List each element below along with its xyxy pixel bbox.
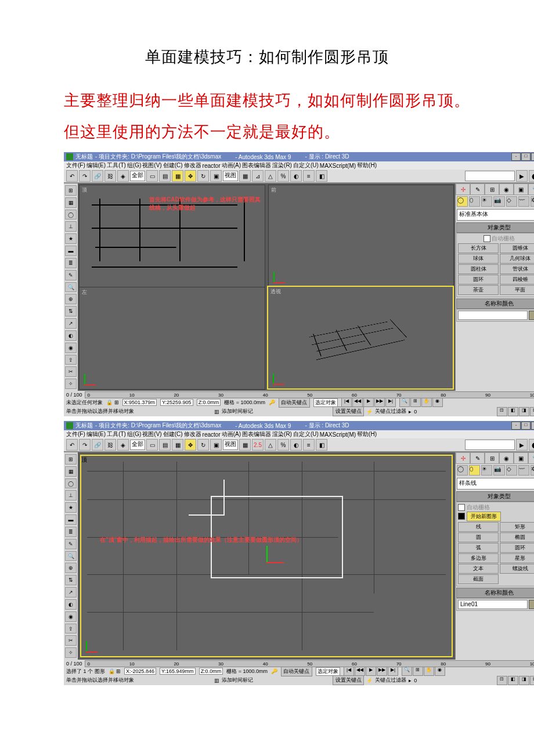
orbit-button[interactable]: ◉	[432, 398, 443, 407]
selection-filter[interactable]: 全部	[130, 440, 145, 450]
menu-item[interactable]: 视图(V)	[142, 430, 161, 438]
link-button[interactable]: 🔗	[92, 170, 103, 182]
teapot-button[interactable]: 茶壶	[458, 285, 499, 295]
hierarchy-tab[interactable]: ⊞	[485, 452, 499, 464]
viewport-perspective[interactable]: 透视	[267, 286, 454, 390]
y-field[interactable]: Y:165.949mm	[160, 668, 196, 675]
select-button[interactable]: ▭	[146, 439, 158, 451]
tube-button[interactable]: 管状体	[500, 264, 534, 274]
nav-button[interactable]: ◧	[508, 407, 518, 416]
circle-button[interactable]: 圆	[458, 532, 499, 542]
goto-start-button[interactable]: |◀	[341, 398, 352, 407]
menu-item[interactable]: MAXScript(M)	[320, 431, 356, 438]
star-button[interactable]: 星形	[500, 553, 534, 563]
select-name-button[interactable]: ▤	[159, 439, 171, 451]
snap-button[interactable]: ⊿	[252, 170, 264, 182]
pan-button[interactable]: ✋	[421, 398, 432, 407]
viewport-top[interactable]: 顶 首先将CAD软件做为参考，这样只需要照其线稿，从头重做起	[79, 185, 265, 287]
material-button[interactable]: ▶	[516, 439, 528, 451]
menu-item[interactable]: 文件(F)	[66, 430, 85, 438]
ellipse-button[interactable]: 椭圆	[500, 532, 534, 542]
time-slider[interactable]: 0102030405060708090100	[85, 660, 534, 667]
tool-icon[interactable]: ◐	[65, 330, 77, 341]
tool-icon[interactable]: ⊕	[65, 294, 77, 304]
keyfilter-label[interactable]: 关键点过滤器	[375, 408, 406, 415]
bind-button[interactable]: ◈	[117, 170, 129, 182]
setkey-button[interactable]: 设置关键点	[333, 675, 364, 685]
z-field[interactable]: Z:0.0mm	[199, 668, 223, 675]
tool-icon[interactable]: ✎	[65, 539, 77, 549]
menu-item[interactable]: 组(G)	[127, 161, 141, 170]
spacewarps-icon[interactable]: 〰	[518, 196, 529, 207]
rotate-button[interactable]: ↻	[197, 170, 209, 182]
tool-icon[interactable]: ↗	[65, 318, 77, 329]
tool-icon[interactable]: ★	[65, 233, 77, 244]
render-button[interactable]: ⬤	[529, 439, 534, 451]
nav-button[interactable]: ◧	[508, 676, 518, 685]
move-gizmo[interactable]	[266, 546, 284, 563]
autogrid-checkbox[interactable]	[458, 504, 465, 511]
rollout-header[interactable]: 对象类型	[456, 222, 534, 233]
tool-icon[interactable]: ⇅	[65, 306, 77, 316]
time-slider[interactable]: 0102030405060708090100	[85, 391, 534, 398]
arc-button[interactable]: 弧	[458, 543, 499, 553]
shapes-icon[interactable]: ⬯	[469, 465, 480, 476]
keyset-select[interactable]: 选定对象	[313, 398, 338, 407]
ref-coord[interactable]: 视图	[223, 440, 238, 450]
align-button[interactable]: ≡	[303, 170, 315, 182]
rollout-header[interactable]: 名称和颜色	[456, 588, 534, 598]
pyramid-button[interactable]: 四棱锥	[500, 275, 534, 285]
display-tab[interactable]: ▣	[514, 183, 528, 195]
align-button[interactable]: ≡	[303, 439, 315, 451]
rollout-header[interactable]: 名称和颜色	[456, 298, 534, 309]
geometry-icon[interactable]: ◯	[457, 196, 468, 207]
material-button[interactable]: ▶	[516, 170, 528, 182]
select-region-button[interactable]: ▦	[172, 170, 183, 182]
tool-icon[interactable]: ≣	[65, 527, 77, 537]
ref-coord[interactable]: 视图	[223, 171, 238, 181]
geosphere-button[interactable]: 几何球体	[500, 254, 534, 264]
goto-end-button[interactable]: ▶|	[385, 398, 396, 407]
orbit-button[interactable]: ◉	[435, 667, 445, 676]
tool-icon[interactable]: ⊥	[65, 490, 77, 501]
color-swatch[interactable]	[529, 311, 534, 320]
tool-icon[interactable]: ⊕	[65, 563, 77, 573]
minimize-button[interactable]: -	[511, 153, 521, 161]
undo-button[interactable]: ↶	[66, 170, 78, 182]
menu-item[interactable]: 工具(T)	[107, 161, 126, 170]
menu-item[interactable]: 创建(C)	[163, 161, 183, 170]
menu-item[interactable]: 组(G)	[127, 430, 141, 438]
redo-button[interactable]: ↷	[79, 439, 91, 451]
menu-item[interactable]: reactor	[203, 431, 221, 438]
tool-icon[interactable]: ⇅	[65, 575, 77, 585]
angle-snap-button[interactable]: △	[265, 170, 276, 182]
rotate-button[interactable]: ↻	[197, 439, 209, 451]
menu-item[interactable]: 创建(C)	[163, 430, 183, 438]
nav-button[interactable]: ⊞	[530, 676, 534, 685]
menu-item[interactable]: 视图(V)	[142, 161, 161, 170]
nav-button[interactable]: ◨	[519, 676, 529, 685]
menu-item[interactable]: 自定义(U)	[293, 430, 319, 438]
menu-item[interactable]: 自定义(U)	[293, 161, 319, 170]
menu-item[interactable]: 编辑(E)	[86, 430, 106, 438]
viewport-left[interactable]: 左	[79, 287, 265, 390]
ngon-button[interactable]: 多边形	[458, 553, 499, 563]
percent-snap-button[interactable]: %	[277, 170, 289, 182]
select-name-button[interactable]: ▤	[159, 170, 171, 182]
frame-field[interactable]: 0	[414, 678, 417, 683]
tool-icon[interactable]: ▬	[65, 514, 77, 525]
center-button[interactable]: ▦	[239, 170, 251, 182]
undo-button[interactable]: ↶	[66, 439, 78, 451]
play-button[interactable]: ▶	[366, 667, 376, 676]
tool-icon[interactable]: ★	[65, 502, 77, 513]
timetag-field[interactable]: 添加时间标记	[222, 408, 253, 415]
layer-button[interactable]: ◧	[316, 170, 327, 182]
keyfilter-label[interactable]: 关键点过滤器	[375, 676, 406, 684]
tool-icon[interactable]: ◉	[65, 343, 77, 353]
nav-button[interactable]: ⊡	[497, 407, 507, 416]
next-frame-button[interactable]: ▶▶	[374, 398, 385, 407]
prev-frame-button[interactable]: ◀◀	[355, 667, 365, 676]
setkey-button[interactable]: 设置关键点	[333, 406, 364, 416]
menu-item[interactable]: 动画(A)	[222, 161, 241, 170]
nav-button[interactable]: ⊞	[530, 407, 534, 416]
